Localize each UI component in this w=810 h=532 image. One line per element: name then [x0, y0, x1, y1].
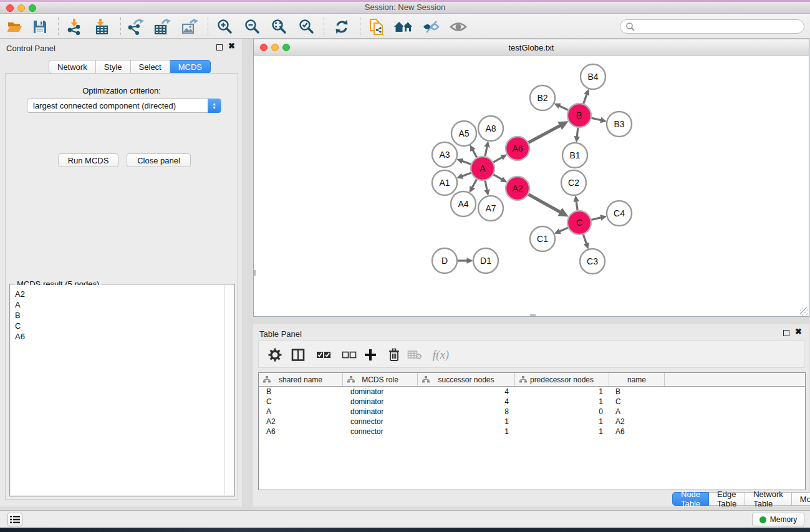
- export-network-button[interactable]: [125, 17, 145, 36]
- tab-network-table[interactable]: Network Table: [745, 492, 792, 506]
- mcds-result-item[interactable]: A6: [15, 331, 224, 342]
- table-toolbar: f(x): [258, 341, 804, 368]
- toolbar-separator: [120, 17, 121, 35]
- mcds-result-item[interactable]: A2: [15, 289, 224, 299]
- export-image-button[interactable]: [180, 17, 200, 36]
- table-options-button[interactable]: [266, 346, 284, 364]
- table-row[interactable]: B dominator 4 1 B: [259, 387, 805, 397]
- graph-edge-A-A3[interactable]: [462, 161, 471, 164]
- graph-edge-C-C1[interactable]: [559, 228, 568, 231]
- criterion-select[interactable]: largest connected component (directed) ▲…: [27, 99, 221, 113]
- network-canvas[interactable]: B4B2BB3A5A8A6B1A3AA1C2A2A4A7C4CC1C3DD1: [254, 56, 809, 316]
- graph-node-label-A7: A7: [485, 203, 496, 213]
- hide-graphics-details-button[interactable]: [421, 17, 441, 36]
- close-panel-button[interactable]: Close panel: [127, 153, 191, 167]
- graph-node-label-A1: A1: [439, 178, 450, 188]
- table-row[interactable]: A6 connector 1 1 A6: [259, 427, 805, 437]
- column-type-icon: [263, 376, 271, 383]
- graph-edge-B-B3[interactable]: [591, 118, 601, 120]
- tab-network[interactable]: Network: [49, 60, 96, 74]
- graph-edge-B-B1[interactable]: [577, 127, 578, 137]
- mcds-result-list[interactable]: A2 A B C A6: [11, 285, 224, 495]
- toolbar-separator: [58, 17, 59, 35]
- network-view-window: testGlobe.txt B4B2BB3A5A8A6B1A3AA1C2A2A4…: [253, 39, 809, 317]
- zoom-fit-icon: [271, 18, 288, 36]
- graph-edge-B-B4[interactable]: [584, 94, 587, 104]
- graph-edge-A-A4[interactable]: [472, 179, 477, 188]
- destroy-table-button[interactable]: [406, 346, 423, 364]
- column-header-mcds-role[interactable]: MCDS role: [343, 373, 418, 386]
- zoom-selected-button[interactable]: [297, 17, 317, 36]
- mcds-result-item[interactable]: B: [15, 310, 224, 321]
- tab-select[interactable]: Select: [131, 60, 170, 74]
- network-graph[interactable]: B4B2BB3A5A8A6B1A3AA1C2A2A4A7C4CC1C3DD1: [254, 56, 809, 316]
- graph-edge-A-A2[interactable]: [493, 175, 503, 180]
- toolbar-separator: [208, 17, 208, 35]
- table-row[interactable]: A2 connector 1 1 A2: [259, 417, 805, 427]
- import-table-button[interactable]: [92, 17, 112, 36]
- task-history-button[interactable]: [7, 513, 22, 526]
- zoom-in-button[interactable]: [215, 17, 235, 36]
- create-column-button[interactable]: [362, 346, 379, 364]
- window-resize-grip[interactable]: [800, 307, 808, 316]
- graph-edge-A2-C[interactable]: [528, 194, 561, 212]
- show-columns-button[interactable]: [289, 346, 307, 364]
- clone-network-button[interactable]: [367, 17, 387, 36]
- graph-edge-C-C4[interactable]: [591, 218, 602, 220]
- mcds-result-item[interactable]: C: [15, 321, 224, 331]
- open-session-button[interactable]: [5, 17, 25, 36]
- deselect-all-rows-button[interactable]: [340, 346, 358, 364]
- memory-button[interactable]: Memory: [752, 513, 804, 526]
- tab-mcds[interactable]: MCDS: [170, 60, 211, 74]
- status-bar: Memory: [0, 510, 810, 528]
- close-panel-icon[interactable]: ✖: [795, 327, 802, 336]
- refresh-view-button[interactable]: [332, 17, 352, 36]
- frame-tick: [530, 314, 536, 316]
- zoom-out-button[interactable]: [243, 17, 263, 36]
- graph-node-label-B4: B4: [587, 72, 598, 82]
- checked-boxes-icon: [316, 350, 331, 360]
- mcds-result-item[interactable]: A: [15, 299, 224, 310]
- column-header-predecessor-nodes[interactable]: predecessor nodes: [515, 373, 609, 386]
- graph-edge-C-C2[interactable]: [576, 201, 577, 211]
- tab-edge-table[interactable]: Edge Table: [709, 492, 745, 506]
- desktop-background-strip: [0, 528, 810, 532]
- export-table-button[interactable]: [152, 17, 172, 36]
- graph-edge-C-C3[interactable]: [583, 234, 586, 244]
- function-builder-button[interactable]: f(x): [428, 346, 453, 364]
- window-title: Session: New Session: [0, 2, 810, 12]
- graph-edge-A-A1[interactable]: [461, 173, 471, 177]
- import-network-button[interactable]: [64, 17, 84, 36]
- graph-edge-A-A5[interactable]: [473, 150, 477, 158]
- column-type-icon: [422, 376, 430, 383]
- column-header-shared-name[interactable]: shared name: [259, 373, 343, 386]
- graph-edge-B-B2[interactable]: [559, 106, 568, 110]
- table-row[interactable]: C dominator 4 1 C: [259, 397, 805, 407]
- graph-edge-A-A8[interactable]: [485, 147, 487, 157]
- homes-icon: [393, 19, 413, 35]
- network-window-titlebar[interactable]: testGlobe.txt: [254, 39, 809, 56]
- tab-motifs[interactable]: Motifs: [792, 492, 810, 506]
- zoom-fit-button[interactable]: [269, 17, 289, 36]
- graph-edge-A6-B[interactable]: [528, 125, 561, 143]
- graph-edge-A-A7[interactable]: [485, 180, 487, 190]
- tab-node-table[interactable]: Node Table: [672, 492, 709, 506]
- mcds-list-scrollbar[interactable]: [224, 285, 234, 495]
- home-button[interactable]: [393, 17, 413, 36]
- save-session-button[interactable]: [30, 17, 50, 36]
- column-header-successor-nodes[interactable]: successor nodes: [418, 373, 515, 386]
- graph-node-label-B3: B3: [614, 119, 624, 129]
- select-all-rows-button[interactable]: [315, 346, 332, 364]
- show-graphics-details-button[interactable]: [448, 17, 468, 36]
- graph-edge-A-A6[interactable]: [493, 157, 503, 162]
- delete-columns-button[interactable]: [385, 346, 403, 364]
- search-input[interactable]: [620, 19, 804, 34]
- table-row[interactable]: A dominator 8 0 A: [259, 407, 805, 417]
- float-panel-icon[interactable]: [783, 330, 789, 336]
- close-panel-icon[interactable]: ✖: [228, 41, 235, 51]
- column-header-name[interactable]: name: [609, 373, 665, 386]
- tab-style[interactable]: Style: [96, 60, 131, 74]
- graph-node-label-C1: C1: [537, 234, 548, 244]
- run-mcds-button[interactable]: Run MCDS: [58, 153, 118, 167]
- float-panel-icon[interactable]: [216, 44, 223, 51]
